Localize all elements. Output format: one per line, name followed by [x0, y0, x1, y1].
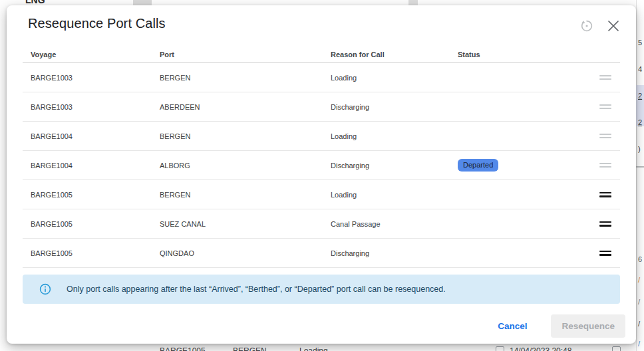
- background-block: [408, 0, 418, 5]
- close-icon: [607, 20, 619, 32]
- reason-cell: Loading: [331, 191, 458, 199]
- port-cell: QINGDAO: [160, 249, 331, 257]
- port-cell: BERGEN: [160, 74, 331, 82]
- reason-cell: Discharging: [331, 162, 458, 170]
- restore-history-button[interactable]: [579, 18, 595, 34]
- drag-handle-icon: [599, 134, 611, 138]
- background-right-edge: 5422)6////: [636, 0, 644, 351]
- background-block: [133, 0, 152, 5]
- background-date-fragment: 14/04/2023 20:48: [510, 346, 571, 351]
- background-reason-fragment: Loading: [299, 346, 328, 351]
- background-text-fragment: ): [638, 145, 641, 153]
- drag-handle-icon: [599, 104, 611, 109]
- table-row[interactable]: BARGE1005SUEZ CANALCanal Passage: [23, 209, 620, 239]
- port-cell: BERGEN: [160, 132, 331, 140]
- reason-cell: Discharging: [331, 103, 458, 111]
- dialog-title: Resequence Port Calls: [28, 16, 579, 31]
- background-port-fragment: BERGEN: [233, 346, 267, 351]
- port-cell: ALBORG: [160, 162, 331, 170]
- column-header-port: Port: [160, 51, 331, 58]
- background-text-fragment: 5: [638, 39, 642, 47]
- reason-cell: Loading: [331, 74, 458, 82]
- table-row: BARGE1004BERGENLoading: [23, 122, 620, 151]
- background-voyage-fragment: BARGE1005: [160, 346, 206, 351]
- table-row[interactable]: BARGE1005QINGDAODischarging: [23, 239, 620, 268]
- background-text-fragment: 6: [638, 255, 642, 263]
- background-top-fragment: LNG: [25, 0, 45, 5]
- cancel-button[interactable]: Cancel: [491, 316, 534, 336]
- port-calls-rows: BARGE1003BERGENLoadingBARGE1003ABERDEEND…: [23, 63, 620, 268]
- resequence-port-calls-dialog: Resequence Port Calls Voyage Port Reason…: [7, 5, 636, 344]
- info-icon: [39, 283, 52, 296]
- voyage-cell: BARGE1004: [31, 132, 160, 140]
- drag-handle-icon[interactable]: [599, 221, 611, 227]
- info-banner: Only port calls appearing after the last…: [23, 275, 620, 304]
- table-row: BARGE1004ALBORGDischargingDeparted: [23, 151, 620, 180]
- dialog-header: Resequence Port Calls: [7, 5, 636, 34]
- status-badge: Departed: [458, 159, 498, 172]
- background-divider: [636, 166, 644, 168]
- close-button[interactable]: [605, 18, 621, 34]
- background-checkbox: [612, 346, 621, 351]
- voyage-cell: BARGE1005: [31, 191, 160, 199]
- voyage-cell: BARGE1003: [31, 74, 160, 82]
- column-header-status: Status: [458, 51, 591, 58]
- port-cell: ABERDEEN: [160, 103, 331, 111]
- port-cell: BERGEN: [160, 191, 331, 199]
- port-cell: SUEZ CANAL: [160, 220, 331, 228]
- voyage-cell: BARGE1003: [31, 103, 160, 111]
- column-header-voyage: Voyage: [31, 51, 160, 58]
- background-text-fragment: /: [638, 276, 640, 284]
- drag-handle-icon: [599, 163, 611, 168]
- reason-cell: Loading: [331, 132, 458, 140]
- info-banner-text: Only port calls appearing after the last…: [67, 285, 446, 294]
- restore-history-icon: [579, 19, 594, 33]
- drag-handle-icon[interactable]: [599, 192, 611, 197]
- voyage-cell: BARGE1005: [31, 249, 160, 257]
- table-row[interactable]: BARGE1005BERGENLoading: [23, 180, 620, 209]
- background-text-fragment: 2: [638, 92, 642, 100]
- drag-handle-icon: [599, 75, 611, 80]
- background-text-fragment: 4: [638, 65, 642, 73]
- background-checkbox: [496, 346, 504, 351]
- background-text-fragment: /: [638, 298, 640, 306]
- reason-cell: Discharging: [331, 249, 458, 257]
- resequence-button[interactable]: Resequence: [551, 314, 625, 338]
- background-text-fragment: /: [638, 320, 640, 328]
- column-header-reason: Reason for Call: [331, 51, 458, 58]
- table-row: BARGE1003ABERDEENDischarging: [23, 92, 620, 122]
- background-text-fragment: 2: [638, 118, 642, 126]
- table-header-row: Voyage Port Reason for Call Status: [23, 46, 620, 63]
- reason-cell: Canal Passage: [331, 220, 458, 228]
- background-table-row: BARGE1005 BERGEN Loading 14/04/2023 20:4…: [0, 346, 644, 351]
- port-calls-table: Voyage Port Reason for Call Status BARGE…: [23, 46, 620, 268]
- dialog-footer: Cancel Resequence: [7, 312, 636, 344]
- voyage-cell: BARGE1004: [31, 162, 160, 170]
- drag-handle-icon[interactable]: [599, 251, 611, 256]
- status-cell: Departed: [458, 159, 591, 172]
- voyage-cell: BARGE1005: [31, 220, 160, 228]
- table-row: BARGE1003BERGENLoading: [23, 63, 620, 92]
